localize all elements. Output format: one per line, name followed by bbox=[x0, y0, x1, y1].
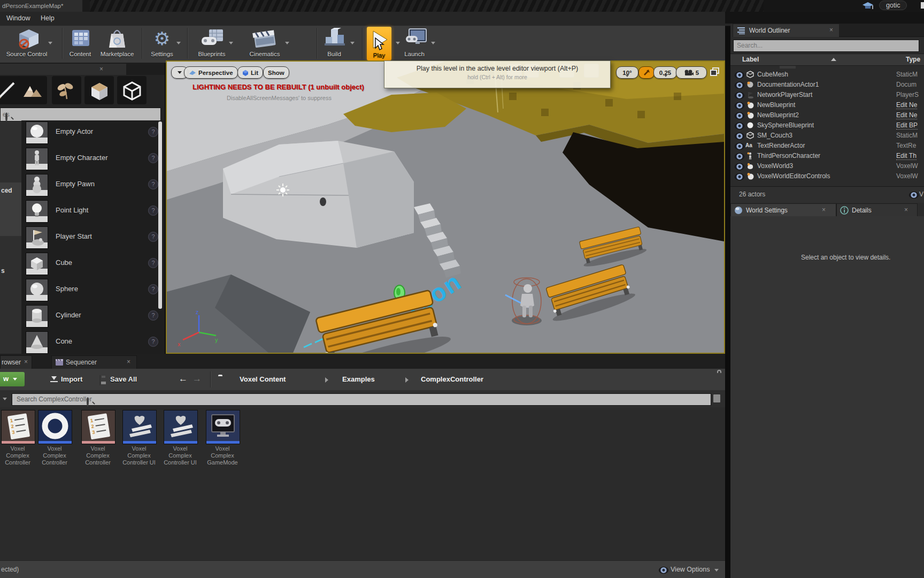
scale-snap-toggle[interactable] bbox=[638, 66, 654, 79]
show-button[interactable]: Show bbox=[263, 66, 289, 79]
help-icon[interactable]: ? bbox=[148, 310, 158, 321]
breadcrumb-examples[interactable]: Examples bbox=[342, 375, 375, 383]
blueprints-button[interactable]: Blueprints bbox=[194, 51, 230, 57]
actor-name[interactable]: TextRenderActor bbox=[757, 142, 805, 149]
modes-tab[interactable]: × bbox=[0, 64, 126, 75]
details-tab[interactable]: Details × bbox=[836, 203, 918, 217]
outliner-row-voxelworld[interactable]: VoxelWorld3 VoxelW bbox=[730, 161, 924, 171]
level-viewport[interactable]: rson bbox=[166, 60, 725, 354]
menu-help[interactable]: Help bbox=[41, 14, 55, 22]
outliner-row-cubemesh[interactable]: CubeMesh StaticM bbox=[730, 70, 924, 80]
close-icon[interactable]: × bbox=[24, 359, 28, 365]
close-icon[interactable]: × bbox=[822, 207, 826, 213]
view-options-fragment[interactable]: V bbox=[919, 191, 923, 198]
eye-icon[interactable] bbox=[909, 192, 919, 199]
actor-name[interactable]: NewBlueprint bbox=[757, 101, 795, 109]
outliner-row-skyspherbp[interactable]: SkySphereBlueprint Edit BP bbox=[730, 120, 924, 131]
lit-mode-button[interactable]: Lit bbox=[237, 66, 263, 79]
visibility-eye-icon[interactable] bbox=[735, 133, 744, 140]
visibility-eye-icon[interactable] bbox=[735, 112, 744, 119]
close-icon[interactable]: × bbox=[904, 207, 908, 213]
build-button[interactable]: Build bbox=[323, 51, 345, 57]
help-icon[interactable]: ? bbox=[148, 153, 158, 163]
view-mode-icon[interactable] bbox=[713, 394, 720, 402]
close-icon[interactable]: × bbox=[99, 66, 103, 72]
camera-speed-button[interactable]: 5 bbox=[676, 66, 707, 79]
settings-button[interactable]: Settings bbox=[145, 51, 179, 57]
edit-blueprint-link[interactable]: Edit BP bbox=[896, 121, 918, 130]
asset-voxel-complex-gamemode[interactable]: Voxel Complex GameMode bbox=[206, 410, 239, 444]
modes-scrollbar[interactable] bbox=[158, 121, 162, 309]
actor-name[interactable]: DocumentationActor1 bbox=[757, 81, 819, 88]
outliner-row-thirdpersoncharacter[interactable]: ThirdPersonCharacter Edit Th bbox=[730, 151, 924, 161]
list-item-empty-actor[interactable]: Empty Actor ? bbox=[26, 120, 160, 144]
play-dropdown-icon[interactable] bbox=[396, 42, 400, 44]
launch-dropdown-icon[interactable] bbox=[431, 42, 435, 44]
actor-name[interactable]: VoxelWorldEditorControls bbox=[757, 172, 830, 180]
modes-search-input[interactable]: es bbox=[0, 108, 161, 121]
outliner-row-newblueprint2[interactable]: NewBlueprint2 Edit Ne bbox=[730, 110, 924, 120]
cinematics-button[interactable]: Cinematics bbox=[246, 51, 283, 57]
visibility-eye-icon[interactable] bbox=[735, 92, 744, 99]
asset-voxel-complex-controller-ui-1[interactable]: Voxel Complex Controller UI bbox=[122, 410, 156, 444]
outliner-row-textrender[interactable]: Aa TextRenderActor TextRe bbox=[730, 141, 924, 151]
import-button[interactable]: Import bbox=[61, 375, 82, 383]
actor-name[interactable]: ThirdPersonCharacter bbox=[757, 152, 820, 159]
chevron-down-icon[interactable] bbox=[714, 569, 719, 572]
help-icon[interactable]: ? bbox=[148, 284, 158, 294]
viewport-scene[interactable]: rson bbox=[167, 62, 724, 353]
actor-name[interactable]: NetworkPlayerStart bbox=[757, 91, 812, 98]
visibility-eye-icon[interactable] bbox=[735, 72, 744, 79]
visibility-eye-icon[interactable] bbox=[735, 143, 744, 150]
maximize-viewport-icon[interactable] bbox=[710, 67, 719, 76]
list-item-cone[interactable]: Cone ? bbox=[26, 330, 160, 354]
list-item-empty-pawn[interactable]: Empty Pawn ? bbox=[26, 173, 160, 196]
source-control-button[interactable]: Source Control bbox=[2, 51, 51, 57]
actor-name[interactable]: SkySphereBlueprint bbox=[757, 121, 814, 129]
blueprints-dropdown-icon[interactable] bbox=[229, 42, 233, 44]
filter-dropdown-icon[interactable] bbox=[3, 398, 7, 400]
content-search-input[interactable]: Search ComplexController bbox=[12, 393, 711, 406]
asset-voxel-complex-controller-ui-2[interactable]: Voxel Complex Controller UI bbox=[164, 410, 197, 444]
category-lights[interactable]: s bbox=[1, 267, 5, 275]
help-icon[interactable]: ? bbox=[148, 179, 158, 189]
visibility-eye-icon[interactable] bbox=[735, 163, 744, 170]
help-icon[interactable]: ? bbox=[148, 127, 158, 137]
marketplace-button[interactable]: Marketplace bbox=[97, 51, 137, 57]
edit-blueprint-link[interactable]: Edit Ne bbox=[896, 111, 917, 119]
visibility-eye-icon[interactable] bbox=[735, 153, 744, 160]
close-icon[interactable]: × bbox=[127, 359, 130, 365]
list-item-player-start[interactable]: Player Start ? bbox=[26, 225, 160, 249]
breadcrumb-complexcontroller[interactable]: ComplexController bbox=[421, 375, 483, 383]
forward-button[interactable]: → bbox=[192, 374, 202, 384]
add-new-button[interactable]: w bbox=[0, 372, 25, 386]
foliage-mode-icon[interactable] bbox=[52, 76, 81, 104]
outliner-row-newblueprint[interactable]: NewBlueprint Edit Ne bbox=[730, 100, 924, 110]
edit-blueprint-link[interactable]: Edit Th bbox=[896, 152, 917, 160]
visibility-eye-icon[interactable] bbox=[735, 123, 744, 130]
visibility-eye-icon[interactable] bbox=[735, 173, 744, 180]
actor-name[interactable]: VoxelWorld3 bbox=[757, 162, 793, 170]
bsp-mode-icon[interactable] bbox=[117, 76, 147, 104]
source-control-dropdown-icon[interactable] bbox=[48, 42, 52, 44]
actor-name[interactable]: NewBlueprint2 bbox=[757, 111, 799, 119]
geometry-paint-mode-icon[interactable] bbox=[84, 76, 114, 104]
help-icon[interactable]: ? bbox=[148, 258, 158, 268]
outliner-row-networkplayerstart[interactable]: NetworkPlayerStart PlayerS bbox=[730, 90, 924, 100]
list-item-cube[interactable]: Cube ? bbox=[26, 252, 160, 275]
cinematics-dropdown-icon[interactable] bbox=[285, 42, 289, 44]
view-options-button[interactable]: View Options bbox=[671, 566, 710, 573]
build-dropdown-icon[interactable] bbox=[350, 42, 355, 44]
landscape-mode-icon[interactable] bbox=[18, 76, 47, 104]
content-browser-tab[interactable]: rowser × bbox=[0, 355, 32, 369]
edit-blueprint-link[interactable]: Edit Ne bbox=[896, 101, 917, 109]
outliner-row-documentationactor[interactable]: DocumentationActor1 Docum bbox=[730, 80, 924, 90]
rotation-snap-button[interactable]: 10° bbox=[616, 66, 638, 79]
perspective-button[interactable]: Perspective bbox=[184, 66, 238, 79]
actor-name[interactable]: SM_Couch3 bbox=[757, 132, 792, 139]
visibility-eye-icon[interactable] bbox=[735, 82, 744, 89]
list-item-empty-character[interactable]: Empty Character ? bbox=[26, 147, 160, 170]
scale-snap-value-button[interactable]: 0,25 bbox=[653, 66, 677, 79]
asset-voxel-complex-controller-2[interactable]: Voxel Complex Controller bbox=[38, 410, 71, 444]
map-title-tab[interactable]: dPersonExampleMap* bbox=[0, 0, 90, 12]
